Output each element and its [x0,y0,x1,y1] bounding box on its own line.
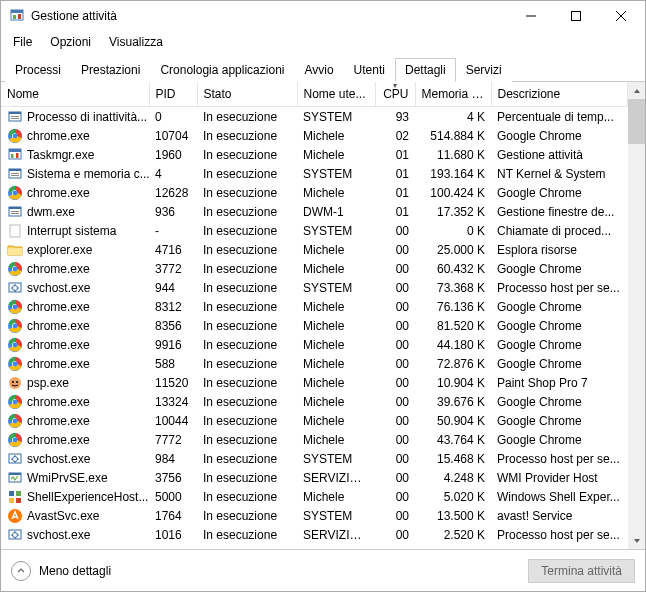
table-row[interactable]: svchost.exe984In esecuzioneSYSTEM0015.46… [1,449,628,468]
svg-point-25 [13,190,18,195]
vertical-scrollbar[interactable] [628,82,645,549]
cell-memory: 100.424 K [415,183,491,202]
col-pid[interactable]: PID [149,82,197,107]
table-row[interactable]: psp.exe11520In esecuzioneMichele0010.904… [1,373,628,392]
table-row[interactable]: chrome.exe7772In esecuzioneMichele0043.7… [1,430,628,449]
cell-description: Paint Shop Pro 7 [491,373,628,392]
table-row[interactable]: chrome.exe9916In esecuzioneMichele0044.1… [1,335,628,354]
process-icon [7,470,23,486]
table-row[interactable]: svchost.exe944In esecuzioneSYSTEM0073.36… [1,278,628,297]
cell-cpu: 01 [375,145,415,164]
table-row[interactable]: dwm.exe936In esecuzioneDWM-10117.352 KGe… [1,202,628,221]
svg-point-60 [13,437,18,442]
process-icon [7,128,23,144]
tab-services[interactable]: Servizi [456,58,512,82]
tab-performance[interactable]: Prestazioni [71,58,150,82]
table-row[interactable]: chrome.exe13324In esecuzioneMichele0039.… [1,392,628,411]
cell-description: Google Chrome [491,297,628,316]
process-grid[interactable]: Nome PID Stato Nome ute... ▾CPU Memoria … [1,82,628,549]
scroll-thumb[interactable] [628,99,645,144]
svg-rect-3 [18,14,21,19]
cell-cpu: 00 [375,449,415,468]
tab-processes[interactable]: Processi [5,58,71,82]
cell-cpu: 00 [375,354,415,373]
table-row[interactable]: chrome.exe10044In esecuzioneMichele0050.… [1,411,628,430]
cell-memory: 0 K [415,221,491,240]
table-row[interactable]: chrome.exe3772In esecuzioneMichele0060.4… [1,259,628,278]
svg-point-54 [13,399,18,404]
process-icon [7,223,23,239]
close-button[interactable] [598,2,643,31]
menu-view[interactable]: Visualizza [101,33,171,51]
cell-status: In esecuzione [197,183,297,202]
cell-status: In esecuzione [197,525,297,544]
svg-rect-10 [11,116,19,117]
chevron-up-icon [11,561,31,581]
table-row[interactable]: Sistema e memoria c...4In esecuzioneSYST… [1,164,628,183]
titlebar[interactable]: Gestione attività [1,1,645,31]
cell-status: In esecuzione [197,145,297,164]
scroll-down-icon[interactable] [628,532,645,549]
scroll-up-icon[interactable] [628,82,645,99]
menu-file[interactable]: File [5,33,40,51]
tab-app-history[interactable]: Cronologia applicazioni [150,58,294,82]
tab-users[interactable]: Utenti [344,58,395,82]
table-row[interactable]: chrome.exe8356In esecuzioneMichele0081.5… [1,316,628,335]
table-row[interactable]: chrome.exe588In esecuzioneMichele0072.87… [1,354,628,373]
col-name[interactable]: Nome [1,82,149,107]
table-row[interactable]: chrome.exe12628In esecuzioneMichele01100… [1,183,628,202]
end-task-button[interactable]: Termina attività [528,559,635,583]
tab-details[interactable]: Dettagli [395,58,456,82]
fewer-details-button[interactable]: Meno dettagli [11,561,111,581]
cell-memory: 81.520 K [415,316,491,335]
cell-status: In esecuzione [197,449,297,468]
table-row[interactable]: Processo di inattività...0In esecuzioneS… [1,107,628,127]
process-name: chrome.exe [27,338,90,352]
process-name: psp.exe [27,376,69,390]
cell-cpu: 01 [375,183,415,202]
menu-options[interactable]: Opzioni [42,33,99,51]
cell-user: SERVIZIO ... [297,468,375,487]
col-cpu[interactable]: ▾CPU [375,82,415,107]
table-row[interactable]: chrome.exe8312In esecuzioneMichele0076.1… [1,297,628,316]
cell-memory: 15.468 K [415,449,491,468]
cell-description: Processo host per se... [491,278,628,297]
process-name: chrome.exe [27,300,90,314]
cell-memory: 5.020 K [415,487,491,506]
table-row[interactable]: chrome.exe10704In esecuzioneMichele02514… [1,126,628,145]
table-row[interactable]: Interrupt sistema-In esecuzioneSYSTEM000… [1,221,628,240]
cell-status: In esecuzione [197,297,297,316]
svg-point-50 [12,381,14,383]
cell-cpu: 00 [375,373,415,392]
cell-description: Processo host per se... [491,525,628,544]
cell-description: Chiamate di proced... [491,221,628,240]
table-row[interactable]: svchost.exe1016In esecuzioneSERVIZIO L..… [1,525,628,544]
table-row[interactable]: Taskmgr.exe1960In esecuzioneMichele0111.… [1,145,628,164]
cell-status: In esecuzione [197,487,297,506]
cell-memory: 4.248 K [415,468,491,487]
table-row[interactable]: ShellExperienceHost....5000In esecuzione… [1,487,628,506]
cell-pid: 944 [149,278,197,297]
cell-description: Gestione finestre de... [491,202,628,221]
cell-cpu: 01 [375,164,415,183]
cell-user: SYSTEM [297,164,375,183]
table-row[interactable]: WmiPrvSE.exe3756In esecuzioneSERVIZIO ..… [1,468,628,487]
col-memory[interactable]: Memoria (... [415,82,491,107]
tab-startup[interactable]: Avvio [294,58,343,82]
tab-strip: Processi Prestazioni Cronologia applicaz… [1,53,645,82]
minimize-button[interactable] [508,2,553,31]
col-username[interactable]: Nome ute... [297,82,375,107]
col-description[interactable]: Descrizione [491,82,628,107]
svg-rect-20 [9,169,21,171]
cell-user: Michele [297,240,375,259]
maximize-button[interactable] [553,2,598,31]
cell-pid: 10044 [149,411,197,430]
cell-status: In esecuzione [197,164,297,183]
col-status[interactable]: Stato [197,82,297,107]
svg-rect-68 [16,498,21,503]
scroll-track[interactable] [628,99,645,532]
table-row[interactable]: AvastSvc.exe1764In esecuzioneSYSTEM0013.… [1,506,628,525]
svg-rect-30 [10,225,20,237]
cell-description: Gestione attività [491,145,628,164]
table-row[interactable]: explorer.exe4716In esecuzioneMichele0025… [1,240,628,259]
